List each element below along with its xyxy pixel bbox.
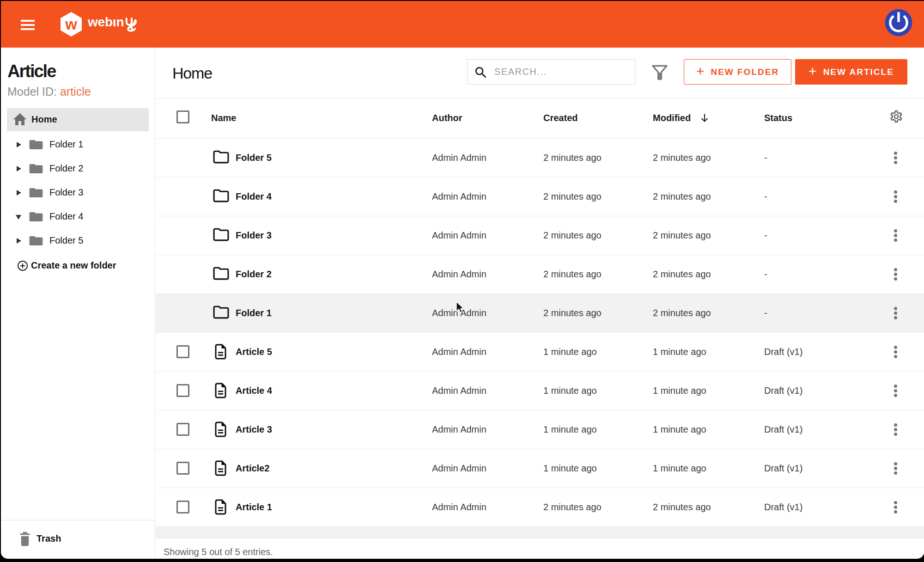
- svg-text:w: w: [65, 16, 77, 33]
